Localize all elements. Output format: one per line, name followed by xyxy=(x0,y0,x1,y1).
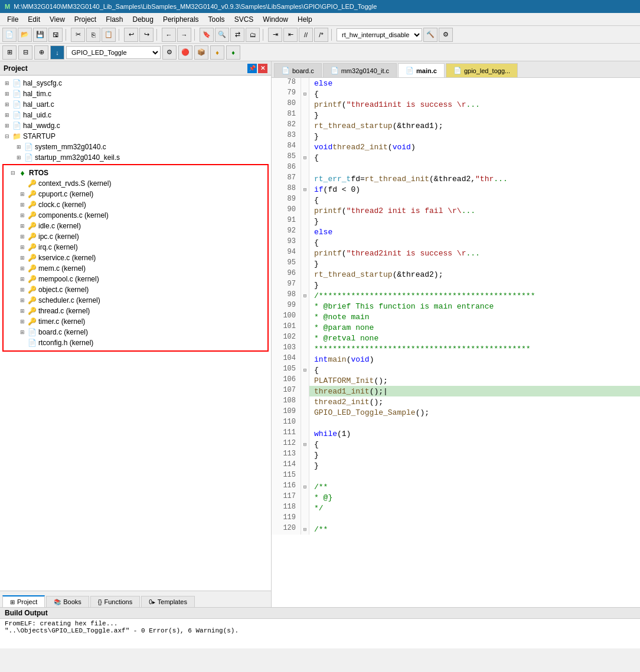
menu-item-view[interactable]: View xyxy=(45,14,70,25)
code-area[interactable]: 78 else79⊟ {80 printf("thread1init is su… xyxy=(272,78,640,607)
back-button[interactable]: ← xyxy=(162,28,176,42)
tree-item-ipc[interactable]: ⊞ 🔑 ipc.c (kernel) xyxy=(6,231,265,242)
expander-board-kernel[interactable]: ⊞ xyxy=(18,327,27,337)
tree-item-clock[interactable]: ⊞ 🔑 clock.c (kernel) xyxy=(6,199,265,210)
menu-item-peripherals[interactable]: Peripherals xyxy=(158,14,204,25)
tree-item-thread[interactable]: ⊞ 🔑 thread.c (kernel) xyxy=(6,306,265,316)
editor-tab-mm32it[interactable]: 📄 mm32g0140_it.c xyxy=(323,63,397,77)
tree-item-timer[interactable]: ⊞ 🔑 timer.c (kernel) xyxy=(6,316,265,327)
tree-item-hal-uid[interactable]: ⊞ 📄 hal_uid.c xyxy=(0,110,271,120)
replace-button[interactable]: ⇄ xyxy=(230,28,244,42)
tree-item-kservice[interactable]: ⊞ 🔑 kservice.c (kernel) xyxy=(6,253,265,263)
tab-templates[interactable]: 0▸ Templates xyxy=(141,596,195,607)
tb2-btn4[interactable]: ↓ xyxy=(50,45,64,60)
tree-item-context-rvds[interactable]: 🔑 context_rvds.S (kernel) xyxy=(6,178,265,189)
menu-item-help[interactable]: Help xyxy=(293,14,317,25)
build-button[interactable]: 🔨 xyxy=(423,28,437,42)
tree-item-startup[interactable]: ⊟ 📁 STARTUP xyxy=(0,131,271,142)
menu-item-project[interactable]: Project xyxy=(70,14,101,25)
tb2-btn3[interactable]: ⊕ xyxy=(34,45,48,60)
cut-button[interactable]: ✂ xyxy=(71,28,85,42)
tree-item-mempool[interactable]: ⊞ 🔑 mempool.c (kernel) xyxy=(6,274,265,284)
forward-button[interactable]: → xyxy=(177,28,191,42)
tree-item-rtos[interactable]: ⊟ ♦ RTOS xyxy=(6,168,265,178)
undo-button[interactable]: ↩ xyxy=(124,28,138,42)
expander-rtos[interactable]: ⊟ xyxy=(8,168,18,178)
project-close-button[interactable]: ✕ xyxy=(258,64,267,73)
fold-indicator-85[interactable]: ⊟ xyxy=(301,152,309,163)
tb2-btn8[interactable]: ♦ xyxy=(210,45,224,60)
save-button[interactable]: 💾 xyxy=(33,28,47,42)
target-dropdown[interactable]: GPIO_LED_Toggle xyxy=(66,46,161,59)
comment-button[interactable]: // xyxy=(299,28,313,42)
editor-tab-main[interactable]: 📄 main.c xyxy=(398,63,445,77)
tb2-btn2[interactable]: ⊟ xyxy=(18,45,32,60)
expander-components[interactable]: ⊞ xyxy=(18,211,27,220)
tab-books[interactable]: 📚 Books xyxy=(46,596,89,607)
tree-item-rtconfig[interactable]: 📄 rtconfig.h (kernel) xyxy=(6,337,265,348)
tree-item-hal-uart[interactable]: ⊞ 📄 hal_uart.c xyxy=(0,99,271,110)
indent-button[interactable]: ⇥ xyxy=(268,28,282,42)
expander-mem[interactable]: ⊞ xyxy=(18,264,27,273)
function-dropdown[interactable]: rt_hw_interrupt_disable xyxy=(337,28,422,41)
tree-item-mem[interactable]: ⊞ 🔑 mem.c (kernel) xyxy=(6,263,265,274)
expander-ipc[interactable]: ⊞ xyxy=(18,232,27,241)
tb2-btn7[interactable]: 📦 xyxy=(194,45,208,60)
tree-item-hal-tim[interactable]: ⊞ 📄 hal_tim.c xyxy=(0,88,271,99)
tree-item-idle[interactable]: ⊞ 🔑 idle.c (kernel) xyxy=(6,221,265,231)
expander-idle[interactable]: ⊞ xyxy=(18,221,27,231)
editor-tab-gpio[interactable]: 📄 gpio_led_togg... xyxy=(446,63,518,77)
fold-indicator-105[interactable]: ⊟ xyxy=(301,365,309,375)
tb2-btn6[interactable]: 🔴 xyxy=(178,45,192,60)
menu-item-debug[interactable]: Debug xyxy=(128,14,158,25)
settings-button[interactable]: ⚙ xyxy=(439,28,453,42)
tree-item-scheduler[interactable]: ⊞ 🔑 scheduler.c (kernel) xyxy=(6,295,265,306)
paste-button[interactable]: 📋 xyxy=(102,28,116,42)
expander-startup-keil[interactable]: ⊞ xyxy=(14,153,24,162)
find-button[interactable]: 🔍 xyxy=(215,28,229,42)
menu-item-svcs[interactable]: SVCS xyxy=(230,14,259,25)
expander-thread[interactable]: ⊞ xyxy=(18,306,27,316)
fold-indicator-116[interactable]: ⊟ xyxy=(301,481,309,492)
tree-item-object[interactable]: ⊞ 🔑 object.c (kernel) xyxy=(6,284,265,295)
project-pin-button[interactable]: 📌 xyxy=(247,64,257,73)
open-button[interactable]: 📂 xyxy=(18,28,32,42)
menu-item-edit[interactable]: Edit xyxy=(23,14,45,25)
expander-system-mm32[interactable]: ⊞ xyxy=(14,142,24,152)
expander-timer[interactable]: ⊞ xyxy=(18,317,27,326)
expander-hal-wwdg[interactable]: ⊞ xyxy=(2,121,12,130)
tree-item-cpuport[interactable]: ⊞ 🔑 cpuport.c (kernel) xyxy=(6,189,265,199)
fold-indicator-79[interactable]: ⊟ xyxy=(301,88,309,99)
new-button[interactable]: 📄 xyxy=(2,28,17,42)
expander-kservice[interactable]: ⊞ xyxy=(18,253,27,263)
expander-irq[interactable]: ⊞ xyxy=(18,242,27,252)
tree-item-hal-syscfg[interactable]: ⊞ 📄 hal_syscfg.c xyxy=(0,78,271,88)
unindent-button[interactable]: ⇤ xyxy=(283,28,298,42)
expander-clock[interactable]: ⊞ xyxy=(18,200,27,209)
find-in-files-button[interactable]: 🗂 xyxy=(246,28,260,42)
expander-hal-uid[interactable]: ⊞ xyxy=(2,110,12,120)
expander-scheduler[interactable]: ⊞ xyxy=(18,296,27,305)
tb2-btn1[interactable]: ⊞ xyxy=(2,45,17,60)
tree-item-system-mm32[interactable]: ⊞ 📄 system_mm32g0140.c xyxy=(0,142,271,152)
fold-indicator-112[interactable]: ⊟ xyxy=(301,439,309,450)
copy-button[interactable]: ⎘ xyxy=(86,28,100,42)
editor-tab-board-c[interactable]: 📄 board.c xyxy=(274,63,322,77)
redo-button[interactable]: ↪ xyxy=(139,28,154,42)
tb2-btn5[interactable]: ⚙ xyxy=(162,45,177,60)
tb2-btn9[interactable]: ♦ xyxy=(226,45,240,60)
fold-indicator-88[interactable]: ⊟ xyxy=(301,184,309,195)
tree-item-board-kernel[interactable]: ⊞ 📄 board.c (kernel) xyxy=(6,327,265,337)
expander-hal-syscfg[interactable]: ⊞ xyxy=(2,78,12,88)
menu-item-file[interactable]: File xyxy=(2,14,23,25)
fold-indicator-98[interactable]: ⊟ xyxy=(301,290,309,301)
menu-item-flash[interactable]: Flash xyxy=(101,14,128,25)
tree-item-irq[interactable]: ⊞ 🔑 irq.c (kernel) xyxy=(6,242,265,253)
tree-item-hal-wwdg[interactable]: ⊞ 📄 hal_wwdg.c xyxy=(0,120,271,131)
fold-indicator-120[interactable]: ⊟ xyxy=(301,524,309,535)
tree-item-startup-keil[interactable]: ⊞ 📄 startup_mm32g0140_keil.s xyxy=(0,152,271,163)
expander-object[interactable]: ⊞ xyxy=(18,285,27,294)
expander-hal-uart[interactable]: ⊞ xyxy=(2,100,12,109)
menu-item-tools[interactable]: Tools xyxy=(204,14,230,25)
tree-item-components[interactable]: ⊞ 🔑 components.c (kernel) xyxy=(6,210,265,221)
